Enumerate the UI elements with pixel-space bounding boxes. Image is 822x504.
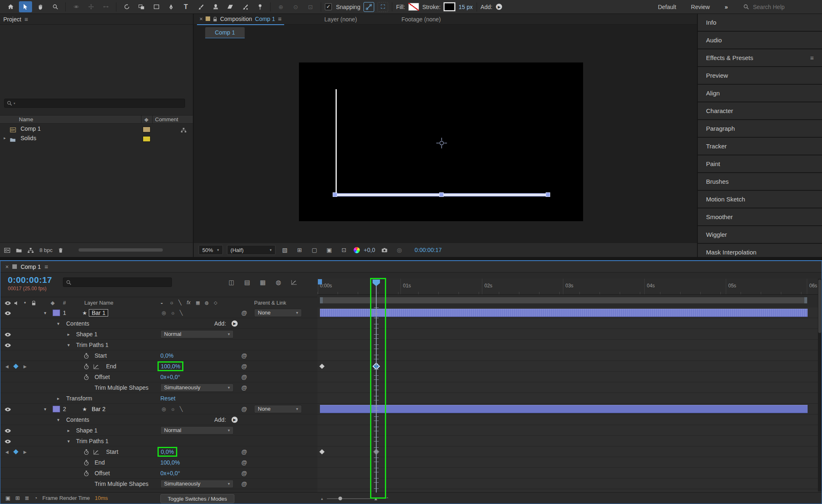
column-name[interactable]: Name	[19, 116, 33, 123]
group-label[interactable]: Shape 1	[76, 331, 97, 338]
channel-color-icon[interactable]	[354, 247, 360, 253]
zoom-dropdown[interactable]: 50% ▾	[199, 245, 223, 255]
project-item-solids[interactable]: ▸ Solids	[0, 134, 193, 143]
snap-to-features-icon[interactable]	[364, 2, 374, 12]
quality-icon[interactable]: ☼	[171, 406, 175, 412]
flowchart-icon[interactable]	[181, 126, 186, 133]
scrollbar-thumb[interactable]	[818, 280, 821, 333]
property-row-offset[interactable]: Offset 0x+0,0° @	[0, 372, 317, 382]
eraser-tool-icon[interactable]	[224, 1, 237, 12]
parent-pick-whip-icon[interactable]: @	[241, 406, 247, 412]
rotate-tool-icon[interactable]	[120, 1, 133, 12]
fill-label[interactable]: Fill:	[396, 4, 405, 10]
track-row[interactable]	[317, 350, 818, 361]
stroke-label[interactable]: Stroke:	[422, 4, 440, 10]
column-layer-name[interactable]: Layer Name	[84, 300, 113, 306]
stopwatch-icon[interactable]	[84, 448, 89, 455]
eye-icon[interactable]	[5, 406, 11, 412]
property-pick-whip-icon[interactable]: @	[241, 470, 247, 476]
group-label[interactable]: Trim Paths 1	[76, 342, 109, 348]
collapse-transformations-icon[interactable]: ◎	[162, 310, 166, 316]
chevron-right-icon[interactable]: ▸	[67, 428, 70, 433]
orbit-camera-tool-icon[interactable]	[69, 1, 83, 12]
graph-editor-icon[interactable]	[288, 277, 300, 287]
timeline-search-input[interactable]	[73, 279, 169, 286]
type-tool-icon[interactable]: T	[179, 1, 192, 12]
previous-keyframe-icon[interactable]: ◀	[5, 449, 9, 454]
layer-duration-bar[interactable]	[320, 309, 808, 317]
lock-icon[interactable]	[213, 16, 217, 22]
blend-mode-dropdown[interactable]: Normal▾	[160, 330, 234, 338]
layer-color-chip[interactable]	[53, 310, 60, 316]
graph-icon[interactable]	[93, 449, 99, 455]
group-label[interactable]: Transform	[66, 395, 92, 402]
project-item-label[interactable]: Solids	[21, 135, 36, 141]
home-icon[interactable]	[4, 1, 17, 12]
preview-time-value[interactable]: 0:00:00:17	[414, 247, 442, 253]
panel-tab-effects-presets[interactable]: Effects & Presets≡	[698, 49, 822, 66]
path-handle[interactable]	[439, 192, 444, 197]
new-composition-icon[interactable]	[28, 247, 34, 253]
axis-view-icon[interactable]: ⊡	[304, 1, 317, 12]
previous-keyframe-icon[interactable]: ◀	[5, 364, 9, 368]
panel-menu-icon[interactable]: ≡	[44, 263, 48, 270]
eye-icon[interactable]	[5, 310, 11, 316]
panel-tab-align[interactable]: Align	[698, 85, 822, 102]
layer-row-bar2[interactable]: ▾ 2 ★ Bar 2 ◎ ☼ ╲ @ None▾	[0, 404, 317, 414]
workspace-tab-default[interactable]: Default	[658, 4, 676, 10]
trim-multiple-dropdown[interactable]: Simultaneously▾	[160, 384, 234, 392]
track-row[interactable]	[317, 382, 818, 393]
stopwatch-icon[interactable]	[84, 363, 89, 369]
composition-viewport[interactable]	[299, 62, 583, 221]
group-row-trim-paths[interactable]: ▾ Trim Paths 1	[0, 340, 317, 350]
timeline-zoom-slider[interactable]: ▲ ▲ ⌃	[320, 496, 389, 502]
project-search[interactable]: ▾	[4, 99, 185, 108]
show-snapshot-icon[interactable]: ◎	[394, 245, 405, 254]
layer-name[interactable]: Bar 2	[92, 406, 105, 412]
property-value-highlighted[interactable]: 100,0%	[157, 361, 183, 371]
collapse-transformations-icon[interactable]: ◎	[162, 406, 166, 412]
project-tab-label[interactable]: Project	[3, 16, 21, 23]
motion-blur-icon[interactable]: ◍	[273, 277, 284, 287]
property-pick-whip-icon[interactable]: @	[241, 374, 247, 380]
fill-swatch[interactable]	[408, 3, 419, 11]
panel-tab-character[interactable]: Character	[698, 102, 822, 119]
work-area-start-handle[interactable]	[320, 297, 323, 303]
column-hash[interactable]: #	[63, 300, 66, 306]
property-pick-whip-icon[interactable]: @	[241, 352, 247, 359]
group-row-transform[interactable]: ▸ Transform Reset	[0, 393, 317, 404]
resolution-dropdown[interactable]: (Half) ▾	[227, 245, 276, 255]
panel-tab-audio[interactable]: Audio	[698, 32, 822, 49]
panel-tab-motion-sketch[interactable]: Motion Sketch	[698, 191, 822, 208]
column-parent-link[interactable]: Parent & Link	[254, 300, 286, 306]
property-pick-whip-icon[interactable]: @	[241, 459, 247, 466]
zoom-slider-thumb[interactable]	[338, 497, 342, 500]
chevron-down-icon[interactable]: ▾	[44, 406, 46, 412]
close-icon[interactable]: ×	[199, 16, 203, 22]
parent-dropdown[interactable]: None▾	[254, 309, 302, 317]
panel-menu-icon[interactable]: ≡	[25, 16, 28, 23]
pan-behind-tool-icon[interactable]	[135, 1, 148, 12]
add-shape-button[interactable]: ▶	[232, 320, 238, 326]
track-row[interactable]	[317, 425, 818, 436]
project-item-comp1[interactable]: Comp 1	[0, 125, 193, 134]
track-row[interactable]	[317, 393, 818, 404]
color-depth-value[interactable]: 8 bpc	[39, 247, 53, 253]
selection-tool-icon[interactable]	[19, 1, 32, 12]
vertical-scrollbar[interactable]	[818, 279, 822, 491]
property-label[interactable]: Offset	[95, 470, 110, 476]
shape-tool-icon[interactable]	[150, 1, 163, 12]
tab-layer[interactable]: Layer (none)	[324, 16, 357, 23]
panel-tab-smoother[interactable]: Smoother	[698, 208, 822, 225]
snapshot-camera-icon[interactable]	[379, 245, 390, 254]
panel-tab-wiggler[interactable]: Wiggler	[698, 226, 822, 243]
track-row[interactable]	[317, 372, 818, 382]
workspace-overflow-chevron[interactable]: »	[725, 4, 728, 10]
property-label[interactable]: Trim Multiple Shapes	[95, 384, 148, 391]
property-row-trim-multiple[interactable]: Trim Multiple Shapes Simultaneously▾ @	[0, 382, 317, 393]
track-row-end-keyframes[interactable]	[317, 361, 818, 372]
timeline-search[interactable]	[63, 277, 172, 287]
track-row[interactable]	[317, 414, 818, 425]
trash-icon[interactable]	[58, 247, 63, 253]
property-label[interactable]: Offset	[95, 374, 110, 380]
